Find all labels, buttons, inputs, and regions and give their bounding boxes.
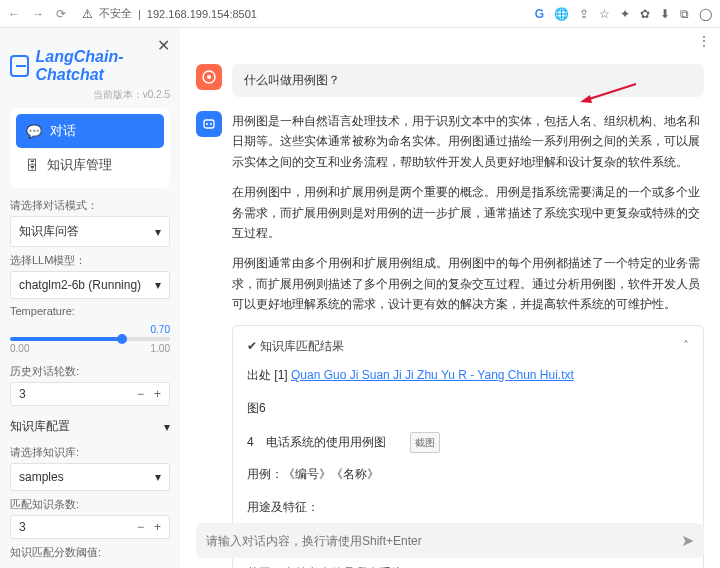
match-count-stepper[interactable]: 3 −+ (10, 515, 170, 539)
kb-select-value: samples (19, 470, 64, 484)
bot-avatar-icon (196, 111, 222, 137)
user-message: 什么叫做用例图？ (196, 64, 704, 97)
temp-min: 0.00 (10, 343, 29, 354)
chevron-down-icon: ▾ (164, 420, 170, 434)
para-3: 用例图通常由多个用例和扩展用例组成。用例图中的每个用例都描述了一个特定的业务需求… (232, 253, 704, 314)
kb-select[interactable]: samples ▾ (10, 463, 170, 491)
llm-value: chatglm2-6b (Running) (19, 278, 141, 292)
chevron-up-icon: ˄ (683, 336, 689, 356)
source-link[interactable]: Quan Guo Ji Suan Ji Ji Zhu Yu R - Yang C… (291, 368, 574, 382)
version-label: 当前版本：v0.2.5 (10, 88, 170, 102)
src-l1: 图6 (247, 397, 689, 420)
source-card-header[interactable]: ✔ 知识库匹配结果 ˄ (247, 336, 689, 356)
nav-kb-label: 知识库管理 (47, 156, 112, 174)
check-icon: ✔ (247, 339, 260, 353)
hist-label: 历史对话轮数: (10, 364, 170, 379)
download-icon[interactable]: ⬇ (660, 7, 670, 21)
kb-icon: 🗄 (26, 158, 39, 173)
sidebar: ✕ LangChain-Chatchat 当前版本：v0.2.5 💬 对话 🗄 … (0, 28, 180, 568)
temp-value: 0.70 (10, 324, 170, 335)
src-l6: 范围（当前考虑的是哪个系统） (247, 562, 689, 568)
nav-chat[interactable]: 💬 对话 (16, 114, 164, 148)
svg-point-6 (210, 123, 212, 125)
user-avatar-icon (196, 64, 222, 90)
nav-reload-icon[interactable]: ⟳ (56, 7, 66, 21)
match-count-value: 3 (19, 520, 26, 534)
source-card-title: 知识库匹配结果 (260, 339, 344, 353)
logo-icon (10, 55, 29, 77)
score-label: 知识匹配分数阈值: (10, 545, 170, 560)
google-icon[interactable]: G (535, 7, 544, 21)
kb-select-label: 请选择知识库: (10, 445, 170, 460)
svg-rect-4 (204, 120, 214, 128)
plus-icon[interactable]: + (154, 520, 161, 534)
assistant-message: 用例图是一种自然语言处理技术，用于识别文本中的实体，包括人名、组织机构、地名和日… (196, 111, 704, 568)
chat-icon: 💬 (26, 124, 42, 139)
copy-icon[interactable]: ⧉ (680, 7, 689, 21)
profile-icon[interactable]: ◯ (699, 7, 712, 21)
close-icon[interactable]: ✕ (157, 36, 170, 55)
browser-chrome: ← → ⟳ ⚠ 不安全 | 192.168.199.154:8501 G 🌐 ⇪… (0, 0, 720, 28)
share-icon[interactable]: ⇪ (579, 7, 589, 21)
hist-value: 3 (19, 387, 26, 401)
temp-max: 1.00 (151, 343, 170, 354)
nav-box: 💬 对话 🗄 知识库管理 (10, 108, 170, 188)
source-prefix: 出处 [1] (247, 368, 291, 382)
llm-select[interactable]: chatglm2-6b (Running) ▾ (10, 271, 170, 299)
insecure-badge-icon: ⚠ (82, 7, 93, 21)
main-panel: ⋮ 什么叫做用例图？ 用例图是一种自然语言处理技术，用于识别文本中的实体，包括人… (180, 28, 720, 568)
insecure-label: 不安全 (99, 6, 132, 21)
llm-label: 选择LLM模型： (10, 253, 170, 268)
chevron-down-icon: ▾ (155, 225, 161, 239)
mode-select[interactable]: 知识库问答 ▾ (10, 216, 170, 247)
src-l4: 用途及特征： (247, 496, 689, 519)
translate-icon[interactable]: 🌐 (554, 7, 569, 21)
user-text: 什么叫做用例图？ (244, 73, 340, 87)
temp-label: Temperature: (10, 305, 170, 317)
mode-label: 请选择对话模式： (10, 198, 170, 213)
send-icon[interactable]: ➤ (681, 531, 694, 550)
screenshot-badge: 截图 (410, 432, 440, 453)
src-l2: 4 电话系统的使用用例图 (247, 435, 386, 449)
kb-config-title: 知识库配置 (10, 418, 70, 435)
chevron-down-icon: ▾ (155, 278, 161, 292)
mode-value: 知识库问答 (19, 223, 79, 240)
brand-text: LangChain-Chatchat (35, 48, 170, 84)
chevron-down-icon: ▾ (155, 470, 161, 484)
hist-stepper[interactable]: 3 −+ (10, 382, 170, 406)
temp-slider[interactable] (10, 337, 170, 341)
bookmark-icon[interactable]: ☆ (599, 7, 610, 21)
assistant-content: 用例图是一种自然语言处理技术，用于识别文本中的实体，包括人名、组织机构、地名和日… (232, 111, 704, 568)
para-2: 在用例图中，用例和扩展用例是两个重要的概念。用例是指系统需要满足的一个或多个业务… (232, 182, 704, 243)
more-icon[interactable]: ⋮ (698, 34, 710, 48)
logo: LangChain-Chatchat (10, 48, 170, 84)
minus-icon[interactable]: − (137, 387, 144, 401)
url-bar[interactable]: ⚠ 不安全 | 192.168.199.154:8501 (82, 6, 525, 21)
plus-icon[interactable]: + (154, 387, 161, 401)
chat-input[interactable] (206, 534, 681, 548)
svg-point-5 (206, 123, 208, 125)
kb-config-expander[interactable]: 知识库配置 ▾ (10, 414, 170, 439)
match-count-label: 匹配知识条数: (10, 497, 170, 512)
src-l3: 用例：《编号》《名称》 (247, 463, 689, 486)
extension-icon[interactable]: ✦ (620, 7, 630, 21)
nav-kb[interactable]: 🗄 知识库管理 (16, 148, 164, 182)
puzzle-icon[interactable]: ✿ (640, 7, 650, 21)
user-bubble: 什么叫做用例图？ (232, 64, 704, 97)
minus-icon[interactable]: − (137, 520, 144, 534)
url-text: 192.168.199.154:8501 (147, 8, 257, 20)
para-1: 用例图是一种自然语言处理技术，用于识别文本中的实体，包括人名、组织机构、地名和日… (232, 111, 704, 172)
nav-back-icon[interactable]: ← (8, 7, 20, 21)
nav-chat-label: 对话 (50, 122, 76, 140)
chat-input-bar: ➤ (196, 523, 704, 558)
svg-point-3 (207, 75, 211, 79)
nav-forward-icon[interactable]: → (32, 7, 44, 21)
